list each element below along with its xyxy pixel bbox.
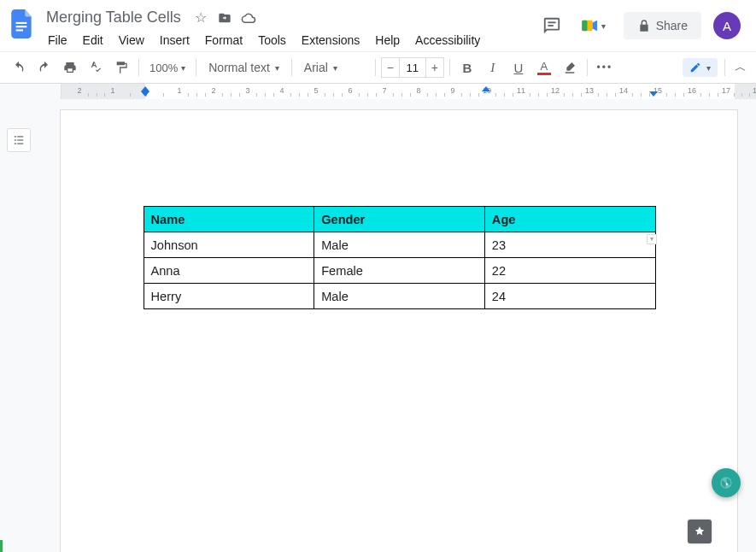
- svg-rect-3: [548, 21, 555, 23]
- table-header[interactable]: Age: [484, 207, 655, 232]
- menu-format[interactable]: Format: [198, 30, 249, 50]
- more-button[interactable]: •••: [593, 56, 617, 79]
- svg-rect-12: [17, 144, 23, 144]
- font-size-plus[interactable]: +: [425, 57, 444, 78]
- meet-icon[interactable]: ▾: [576, 13, 612, 38]
- svg-rect-2: [16, 29, 24, 31]
- table-cell[interactable]: Male: [314, 232, 485, 258]
- font-family-select[interactable]: Arial▾: [297, 56, 370, 79]
- font-size-group: − 11 +: [381, 57, 444, 78]
- content-table[interactable]: Name Gender Age Johnson Male 23 Anna Fem…: [144, 206, 656, 309]
- italic-button[interactable]: I: [481, 56, 505, 79]
- ruler-number: 12: [551, 86, 560, 95]
- table-cell[interactable]: 24: [484, 284, 655, 309]
- svg-rect-0: [16, 22, 27, 24]
- table-cell[interactable]: Male: [314, 284, 485, 309]
- accent-indicator: [0, 540, 3, 552]
- document-outline-button[interactable]: [7, 128, 31, 152]
- ruler-number: 3: [245, 86, 249, 95]
- menu-edit[interactable]: Edit: [76, 30, 110, 50]
- svg-rect-11: [15, 144, 16, 144]
- print-button[interactable]: [58, 56, 82, 79]
- separator: [587, 59, 588, 76]
- workspace: Name Gender Age Johnson Male 23 Anna Fem…: [0, 99, 756, 552]
- document-title[interactable]: Merging Table Cells: [41, 7, 186, 28]
- highlight-button[interactable]: [558, 56, 582, 79]
- zoom-select[interactable]: 100%▾: [144, 56, 190, 79]
- menu-tools[interactable]: Tools: [251, 30, 293, 50]
- comment-history-icon[interactable]: [540, 14, 564, 38]
- separator: [291, 59, 292, 76]
- menu-help[interactable]: Help: [368, 30, 407, 50]
- svg-rect-1: [16, 26, 27, 27]
- table-row[interactable]: Anna Female 22: [144, 258, 655, 284]
- svg-rect-7: [15, 136, 16, 137]
- menu-bar: File Edit View Insert Format Tools Exten…: [41, 30, 540, 50]
- ruler-number: 1: [110, 86, 114, 95]
- ruler-number: 14: [619, 86, 628, 95]
- page[interactable]: Name Gender Age Johnson Male 23 Anna Fem…: [60, 109, 738, 552]
- redo-button[interactable]: [32, 56, 56, 79]
- table-cell[interactable]: Johnson: [144, 232, 314, 258]
- ruler-number: 2: [77, 86, 81, 95]
- feedback-button[interactable]: [688, 520, 712, 543]
- move-icon[interactable]: [217, 10, 232, 26]
- ruler-number: 4: [279, 86, 284, 95]
- ruler: 21123456789101112131415161718: [0, 84, 756, 99]
- table-row[interactable]: Johnson Male 23: [144, 232, 655, 258]
- toolbar: 100%▾ Normal text▾ Arial▾ − 11 + B I U A…: [0, 51, 756, 84]
- svg-rect-6: [582, 21, 587, 31]
- chevron-down-icon: ▾: [181, 63, 185, 73]
- ruler-number: 9: [450, 86, 454, 95]
- cloud-status-icon[interactable]: [241, 10, 256, 26]
- spellcheck-button[interactable]: [84, 56, 108, 79]
- table-header-row[interactable]: Name Gender Age: [144, 207, 655, 232]
- menu-extensions[interactable]: Extensions: [295, 30, 366, 50]
- bold-button[interactable]: B: [455, 56, 479, 79]
- ruler-number: 7: [382, 86, 386, 95]
- ruler-number: 8: [416, 86, 420, 95]
- menu-accessibility[interactable]: Accessibility: [408, 30, 487, 50]
- table-header[interactable]: Gender: [314, 207, 485, 232]
- star-icon[interactable]: ☆: [193, 10, 208, 26]
- text-color-button[interactable]: A: [532, 56, 556, 79]
- chevron-down-icon: ▾: [333, 63, 337, 73]
- undo-button[interactable]: [7, 56, 31, 79]
- separator: [138, 59, 139, 76]
- svg-rect-10: [17, 139, 23, 140]
- ruler-number: 13: [585, 86, 594, 95]
- share-label: Share: [656, 19, 688, 32]
- ruler-number: 16: [688, 86, 696, 95]
- menu-insert[interactable]: Insert: [153, 30, 196, 50]
- document-scroll-area[interactable]: Name Gender Age Johnson Male 23 Anna Fem…: [38, 99, 756, 552]
- table-row[interactable]: Herry Male 24: [144, 284, 655, 309]
- svg-rect-4: [548, 25, 553, 26]
- menu-view[interactable]: View: [112, 30, 151, 50]
- title-area: Merging Table Cells ☆ File Edit View Ins…: [41, 5, 540, 50]
- ruler-scale[interactable]: 21123456789101112131415161718: [62, 84, 756, 99]
- left-rail: [0, 99, 38, 552]
- paragraph-style-select[interactable]: Normal text▾: [202, 56, 286, 79]
- share-button[interactable]: Share: [624, 12, 701, 39]
- table-cell[interactable]: 22: [484, 258, 655, 284]
- explore-button[interactable]: [712, 468, 741, 497]
- table-cell[interactable]: Herry: [144, 284, 314, 309]
- table-cell[interactable]: Anna: [144, 258, 314, 284]
- ruler-number: 1: [177, 86, 181, 95]
- hide-menus-button[interactable]: ︿: [732, 56, 749, 79]
- underline-button[interactable]: U: [507, 56, 530, 79]
- font-size-value[interactable]: 11: [400, 57, 425, 78]
- docs-app-icon[interactable]: [7, 9, 38, 39]
- account-avatar[interactable]: A: [713, 12, 741, 39]
- menu-file[interactable]: File: [41, 30, 74, 50]
- table-cell[interactable]: Female: [314, 258, 485, 284]
- table-cell[interactable]: 23: [484, 232, 655, 258]
- table-header[interactable]: Name: [144, 207, 314, 232]
- chevron-down-icon: ▾: [275, 63, 279, 73]
- editing-mode-button[interactable]: ▾: [683, 58, 718, 77]
- paint-format-button[interactable]: [109, 56, 133, 79]
- ruler-number: 2: [211, 86, 215, 95]
- separator: [449, 59, 450, 76]
- chevron-down-icon: ▾: [706, 63, 711, 73]
- font-size-minus[interactable]: −: [381, 57, 400, 78]
